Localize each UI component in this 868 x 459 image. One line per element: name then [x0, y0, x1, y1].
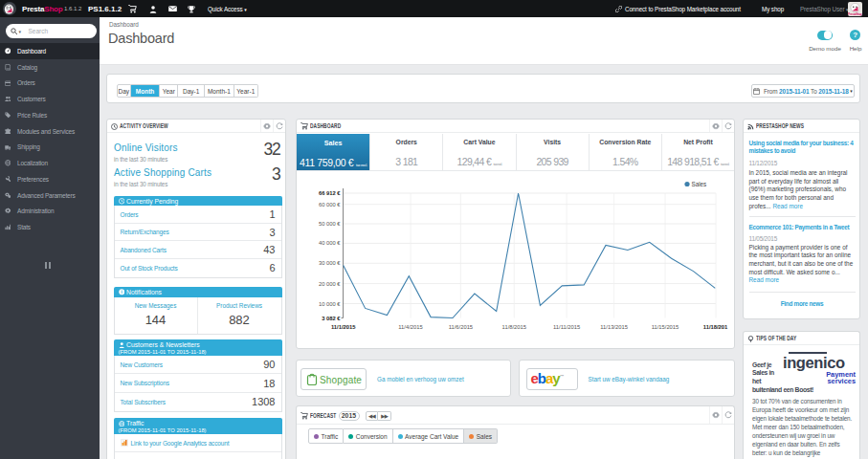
svg-text:11/4/2015: 11/4/2015	[398, 324, 422, 330]
svg-text:11/6/2015: 11/6/2015	[449, 324, 473, 330]
svg-text:3 082 €: 3 082 €	[322, 316, 341, 321]
svg-text:66 912 €: 66 912 €	[319, 190, 341, 196]
svg-text:11/13/2015: 11/13/2015	[600, 324, 628, 330]
svg-text:60 000 €: 60 000 €	[319, 202, 341, 208]
svg-text:PrestaShop: PrestaShop	[848, 11, 862, 15]
svg-text:11/1/2015: 11/1/2015	[331, 324, 356, 330]
svg-text:40 000 €: 40 000 €	[319, 240, 341, 246]
svg-text:11/18/201: 11/18/201	[703, 324, 728, 330]
svg-text:i: i	[121, 290, 122, 295]
svg-text:10 000 €: 10 000 €	[319, 301, 341, 307]
svg-text:Sales: Sales	[692, 181, 707, 187]
svg-text:11/15/2015: 11/15/2015	[652, 324, 679, 330]
svg-text:30 000 €: 30 000 €	[319, 260, 341, 266]
svg-text:50 000 €: 50 000 €	[319, 221, 341, 227]
svg-text:11/8/2015: 11/8/2015	[502, 324, 526, 330]
svg-text:20 000 €: 20 000 €	[319, 281, 341, 287]
svg-text:11/11/2015: 11/11/2015	[553, 324, 580, 330]
